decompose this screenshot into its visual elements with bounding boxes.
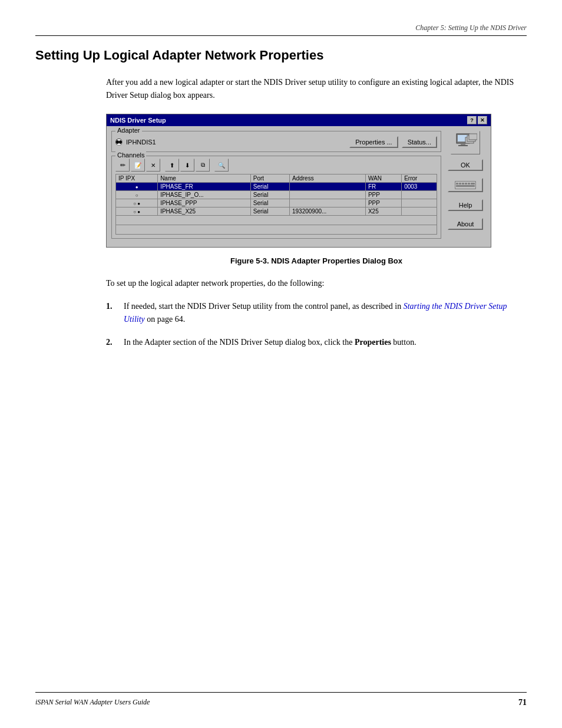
dialog-body: Adapter IPHNDIS1 Properties ... Status..… [107, 126, 491, 247]
svg-rect-9 [456, 183, 458, 185]
search-icon: 🔍 [218, 162, 225, 169]
delete-icon: ✕ [151, 162, 156, 169]
svg-rect-13 [468, 183, 470, 185]
cell-name: IPHASE_FR [158, 183, 251, 191]
cell-address [289, 183, 365, 191]
adapter-radio[interactable] [115, 139, 123, 146]
footer-rule [35, 692, 527, 693]
cell-error [402, 199, 437, 207]
titlebar-buttons: ? ✕ [467, 116, 487, 124]
search-button[interactable]: 🔍 [214, 159, 229, 172]
step-2-text: In the Adapter section of the NDIS Drive… [124, 336, 527, 349]
col-port: Port [250, 174, 289, 183]
dialog-main-panel: Adapter IPHNDIS1 Properties ... Status..… [111, 131, 441, 242]
page-footer: iSPAN Serial WAN Adapter Users Guide 71 [35, 698, 527, 707]
section-heading: Setting Up Logical Adapter Network Prope… [35, 47, 527, 64]
cell-error [402, 191, 437, 199]
adapter-group: Adapter IPHNDIS1 Properties ... Status..… [111, 131, 441, 152]
help-titlebar-button[interactable]: ? [467, 116, 477, 124]
adapter-group-label: Adapter [115, 127, 142, 134]
move-up-button[interactable]: ⬆ [165, 159, 179, 172]
page-number: 71 [518, 698, 527, 707]
ok-button[interactable]: OK [448, 159, 483, 171]
add-channel-button[interactable]: ✏ [115, 159, 130, 172]
svg-rect-14 [471, 183, 475, 185]
adapter-name: IPHNDIS1 [126, 139, 346, 146]
table-row[interactable]: ○ ● IPHASE_PPP Serial PPP [116, 199, 437, 207]
move-down-button[interactable]: ⬇ [180, 159, 194, 172]
col-error: Error [402, 174, 437, 183]
intro-paragraph: After you add a new logical adapter or s… [106, 76, 527, 103]
steps-list: 1. If needed, start the NDIS Driver Setu… [106, 300, 527, 349]
page-content: Setting Up Logical Adapter Network Prope… [35, 47, 527, 681]
svg-rect-10 [459, 183, 461, 185]
keyboard-icon [455, 181, 476, 189]
adapter-row: IPHNDIS1 Properties ... Status... [115, 136, 437, 148]
col-address: Address [289, 174, 365, 183]
cell-wan: FR [365, 183, 401, 191]
svg-rect-15 [456, 185, 475, 187]
keyboard-icon-area [448, 178, 483, 192]
copy-icon: ⧉ [201, 162, 205, 169]
table-row[interactable]: ○ IPHASE_IP_O... Serial PPP [116, 191, 437, 199]
cell-address [289, 191, 365, 199]
channels-table: IP IPX Name Port Address WAN Error [115, 174, 437, 235]
svg-rect-12 [465, 183, 467, 185]
cell-wan: PPP [365, 199, 401, 207]
footer-left: iSPAN Serial WAN Adapter Users Guide [35, 698, 150, 707]
step-2: 2. In the Adapter section of the NDIS Dr… [106, 336, 527, 349]
step-1-link[interactable]: Starting the NDIS Driver Setup Utility [124, 302, 507, 324]
svg-rect-6 [469, 134, 477, 140]
cell-name: IPHASE_X25 [158, 207, 251, 216]
edit-channel-button[interactable]: 📝 [131, 159, 145, 172]
cell-error: 0003 [402, 183, 437, 191]
cell-port: Serial [250, 199, 289, 207]
dialog-sidebar: OK Help [445, 131, 486, 242]
svg-rect-2 [461, 143, 465, 145]
cell-wan: X25 [365, 207, 401, 216]
help-button[interactable]: Help [448, 199, 483, 211]
delete-channel-button[interactable]: ✕ [146, 159, 160, 172]
table-row[interactable]: ○ ● IPHASE_X25 Serial 193200900... X25 [116, 207, 437, 216]
edit-icon: 📝 [134, 162, 141, 169]
properties-button[interactable]: Properties ... [349, 136, 398, 148]
svg-rect-3 [458, 145, 468, 146]
cell-error [402, 207, 437, 216]
step-1-number: 1. [106, 300, 118, 327]
dialog-title: NDIS Driver Setup [110, 117, 166, 124]
cell-address [289, 199, 365, 207]
close-titlebar-button[interactable]: ✕ [478, 116, 487, 124]
status-button[interactable]: Status... [402, 136, 437, 148]
cell-address: 193200900... [289, 207, 365, 216]
table-row[interactable]: ● IPHASE_FR Serial FR 0003 [116, 183, 437, 191]
copy-button[interactable]: ⧉ [196, 159, 210, 172]
adapter-svg-icon [454, 133, 477, 153]
cell-status: ○ [116, 191, 158, 199]
table-row-empty [116, 216, 437, 225]
chapter-title: Chapter 5: Setting Up the NDIS Driver [415, 24, 527, 32]
step-1: 1. If needed, start the NDIS Driver Setu… [106, 300, 527, 327]
cell-status: ● [116, 183, 158, 191]
chapter-header: Chapter 5: Setting Up the NDIS Driver [415, 24, 527, 32]
properties-bold: Properties [355, 338, 391, 347]
header-rule [35, 35, 527, 36]
table-row-empty [116, 225, 437, 235]
cell-name: IPHASE_PPP [158, 199, 251, 207]
about-button[interactable]: About [448, 218, 483, 230]
cell-name: IPHASE_IP_O... [158, 191, 251, 199]
col-ipx: IP IPX [116, 174, 158, 183]
dialog-titlebar: NDIS Driver Setup ? ✕ [107, 114, 491, 126]
cell-status: ○ ● [116, 199, 158, 207]
step-2-number: 2. [106, 336, 118, 349]
channels-group: Channels ✏ 📝 ✕ ⬆ [111, 156, 441, 239]
dialog-screenshot: NDIS Driver Setup ? ✕ Adapter IPHNDIS1 [106, 114, 491, 248]
step-1-text: If needed, start the NDIS Driver Setup u… [124, 300, 527, 327]
figure-caption: Figure 5-3. NDIS Adapter Properties Dial… [106, 256, 527, 265]
channels-group-label: Channels [115, 151, 146, 159]
cell-wan: PPP [365, 191, 401, 199]
move-down-icon: ⬇ [185, 162, 190, 169]
adapter-icon [451, 131, 480, 154]
col-wan: WAN [365, 174, 401, 183]
cell-port: Serial [250, 207, 289, 216]
table-header-row: IP IPX Name Port Address WAN Error [116, 174, 437, 183]
